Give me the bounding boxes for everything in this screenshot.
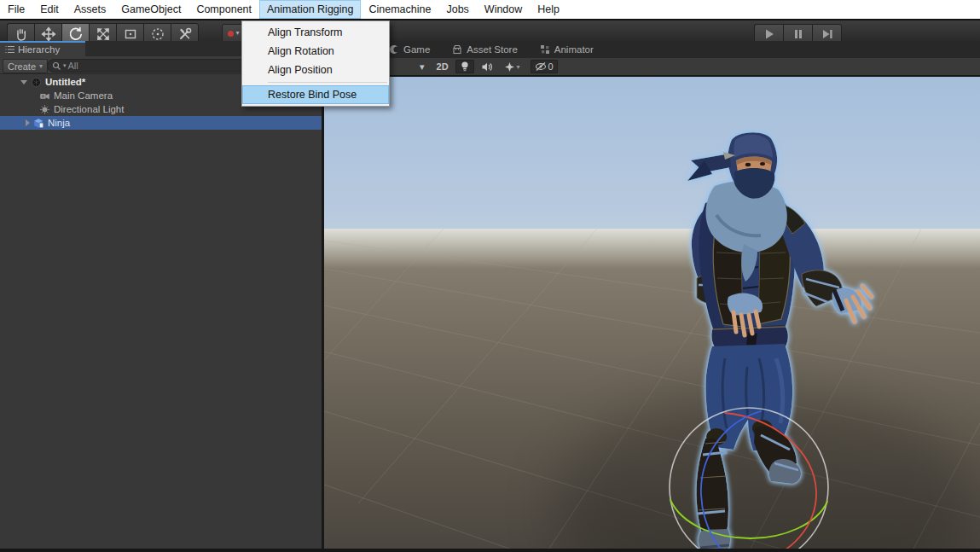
camera-icon <box>39 90 50 102</box>
unity-editor-window: File Edit Assets GameObject Component An… <box>0 0 980 552</box>
hidden-eye-icon <box>535 61 547 72</box>
unity-scene-icon <box>31 77 42 88</box>
viewport-tab-bar: Game Asset Store Animator <box>324 41 980 58</box>
chevron-down-icon: ▾ <box>235 30 239 37</box>
menu-bar: File Edit Assets GameObject Component An… <box>0 0 980 19</box>
menu-window[interactable]: Window <box>477 0 530 19</box>
prefab-model-icon <box>33 118 44 129</box>
menu-file[interactable]: File <box>0 0 32 19</box>
menu-component[interactable]: Component <box>188 0 259 19</box>
menu-item-align-rotation[interactable]: Align Rotation <box>242 42 389 61</box>
lightbulb-icon <box>460 61 470 73</box>
2d-label: 2D <box>437 61 449 72</box>
search-value: All <box>68 61 78 71</box>
2d-toggle-button[interactable]: 2D <box>432 60 453 73</box>
expand-caret-icon[interactable] <box>26 119 30 126</box>
hidden-count: 0 <box>548 61 554 72</box>
hand-icon <box>14 26 29 42</box>
menu-animation-rigging[interactable]: Animation Rigging <box>259 0 361 19</box>
menu-jobs[interactable]: Jobs <box>438 0 476 19</box>
rect-tool-icon <box>123 26 138 42</box>
game-tab-icon <box>389 44 399 55</box>
pause-icon <box>792 28 804 40</box>
menu-cinemachine[interactable]: Cinemachine <box>361 0 438 19</box>
create-label: Create <box>8 61 36 72</box>
menu-gameobject[interactable]: GameObject <box>113 0 188 19</box>
menu-assets[interactable]: Assets <box>67 0 114 19</box>
search-icon <box>52 61 61 71</box>
asset-store-icon <box>452 44 462 55</box>
window-bottom-edge <box>0 549 980 552</box>
tab-label: Asset Store <box>467 44 517 55</box>
menu-item-align-transform[interactable]: Align Transform <box>242 23 389 42</box>
red-dot-icon <box>228 31 234 37</box>
rotate-icon <box>68 26 84 42</box>
tab-label: Game <box>403 44 430 55</box>
move-icon <box>41 26 56 42</box>
object-name: Directional Light <box>54 104 124 114</box>
effects-toggle-button[interactable]: ▾ <box>500 60 525 73</box>
menu-edit[interactable]: Edit <box>32 0 67 19</box>
draw-mode-chevron-icon[interactable]: ▾ <box>420 61 425 73</box>
menu-help[interactable]: Help <box>530 0 567 19</box>
effects-chevron-icon[interactable]: ▾ <box>517 63 520 71</box>
main-toolbar: ▾ <box>0 19 980 41</box>
scene-visibility-button[interactable]: 0 <box>531 60 558 73</box>
speaker-icon <box>481 61 493 73</box>
wrench-icon <box>177 26 193 42</box>
audio-toggle-button[interactable] <box>477 60 497 73</box>
list-icon <box>5 45 14 54</box>
tab-animator[interactable]: Animator <box>540 44 594 55</box>
hierarchy-panel: Hierarchy Create ▾ ▾ All Untitled* Main … <box>0 41 322 549</box>
tab-game[interactable]: Game <box>389 44 430 55</box>
tab-label: Animator <box>554 44 594 55</box>
scale-icon <box>96 26 111 42</box>
menu-separator <box>268 82 387 83</box>
lighting-toggle-button[interactable] <box>455 60 474 73</box>
scene-viewport-panel: Game Asset Store Animator ▾ 2D <box>324 41 980 549</box>
object-name: Ninja <box>48 118 70 128</box>
tab-asset-store[interactable]: Asset Store <box>452 44 517 55</box>
step-icon <box>821 28 834 40</box>
menu-item-restore-bind-pose[interactable]: Restore Bind Pose <box>242 85 389 104</box>
hierarchy-row-ninja[interactable]: Ninja <box>0 116 322 130</box>
chevron-down-icon: ▾ <box>39 62 43 70</box>
scene-view-toolbar: ▾ 2D ▾ 0 <box>324 58 980 77</box>
animation-rigging-menu: Align Transform Align Rotation Align Pos… <box>241 20 390 107</box>
animator-icon <box>540 44 550 55</box>
play-icon <box>763 28 776 40</box>
search-filter-chevron-icon: ▾ <box>63 62 67 69</box>
transform-icon <box>150 26 165 42</box>
scene-view[interactable] <box>324 77 980 549</box>
hierarchy-tab-label: Hierarchy <box>18 44 60 55</box>
expand-caret-icon[interactable] <box>20 80 27 84</box>
tab-hierarchy[interactable]: Hierarchy <box>0 41 85 56</box>
effects-icon <box>504 61 515 73</box>
light-icon <box>39 104 50 115</box>
scene-name: Untitled* <box>45 77 85 87</box>
object-name: Main Camera <box>54 90 113 101</box>
create-button[interactable]: Create ▾ <box>3 59 48 73</box>
menu-item-align-position[interactable]: Align Position <box>242 61 389 79</box>
